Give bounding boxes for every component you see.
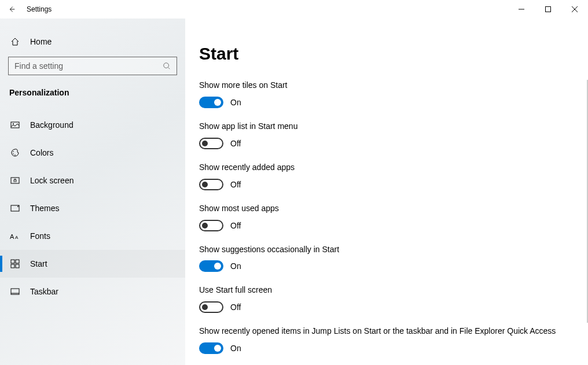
toggle-state-text: Off: [230, 221, 241, 230]
home-nav[interactable]: Home: [0, 31, 185, 52]
back-button[interactable]: [7, 5, 16, 14]
lockscreen-icon: [9, 176, 21, 185]
setting-row: Use Start full screenOff: [199, 285, 569, 313]
setting-row: Show recently opened items in Jump Lists…: [199, 326, 569, 354]
setting-row: Show app list in Start menuOff: [199, 121, 569, 149]
svg-point-8: [13, 123, 14, 124]
setting-row: Show recently added appsOff: [199, 162, 569, 190]
toggle-state-text: On: [230, 344, 241, 353]
titlebar: Settings: [0, 0, 588, 19]
toggle-switch[interactable]: [199, 179, 223, 190]
close-button[interactable]: [561, 0, 588, 19]
svg-point-10: [13, 153, 14, 154]
themes-icon: [9, 204, 21, 213]
sidebar-item-themes[interactable]: Themes: [0, 194, 185, 222]
sidebar-item-label: Themes: [30, 204, 60, 213]
sidebar-item-lock-screen[interactable]: Lock screen: [0, 167, 185, 194]
toggle-state-text: Off: [230, 303, 241, 312]
setting-label: Show recently opened items in Jump Lists…: [199, 326, 569, 337]
toggle-switch[interactable]: [199, 138, 223, 149]
home-icon: [9, 37, 21, 46]
search-input[interactable]: [14, 61, 163, 71]
toggle-state-text: Off: [230, 139, 241, 148]
toggle-switch[interactable]: [199, 220, 223, 231]
minimize-button[interactable]: [508, 0, 535, 19]
sidebar-item-label: Background: [30, 120, 74, 130]
sidebar-item-start[interactable]: Start: [0, 250, 185, 278]
svg-rect-19: [11, 264, 14, 268]
svg-rect-12: [11, 178, 19, 183]
content-area: Start Show more tiles on StartOnShow app…: [185, 19, 588, 365]
toggle-switch[interactable]: [199, 342, 223, 354]
setting-row: Show more tiles on StartOn: [199, 80, 569, 108]
toggle-switch[interactable]: [199, 301, 223, 313]
picture-icon: [9, 120, 21, 130]
section-title: Personalization: [0, 84, 185, 105]
toggle-switch[interactable]: [199, 260, 223, 272]
svg-rect-20: [16, 264, 19, 268]
toggle-state-text: On: [230, 98, 241, 107]
setting-label: Show app list in Start menu: [199, 121, 569, 132]
svg-line-6: [168, 68, 170, 69]
svg-text:A: A: [10, 233, 14, 240]
sidebar-item-label: Taskbar: [30, 287, 58, 296]
setting-label: Use Start full screen: [199, 285, 569, 296]
sidebar: Home Personalization BackgroundColorsLoc…: [0, 19, 185, 365]
window-title: Settings: [27, 5, 52, 13]
svg-text:A: A: [15, 235, 19, 240]
taskbar-icon: [9, 287, 21, 296]
svg-point-11: [14, 154, 16, 156]
sidebar-item-colors[interactable]: Colors: [0, 139, 185, 167]
toggle-state-text: On: [230, 261, 241, 271]
home-label: Home: [30, 37, 52, 46]
sidebar-item-background[interactable]: Background: [0, 111, 185, 139]
maximize-button[interactable]: [535, 0, 561, 19]
setting-label: Show recently added apps: [199, 162, 569, 173]
setting-row: Show suggestions occasionally in StartOn: [199, 244, 569, 272]
svg-point-5: [164, 63, 169, 68]
palette-icon: [9, 148, 21, 157]
sidebar-item-fonts[interactable]: AAFonts: [0, 222, 185, 250]
setting-label: Show more tiles on Start: [199, 80, 569, 91]
start-icon: [9, 259, 21, 268]
svg-rect-18: [16, 260, 19, 263]
fonts-icon: AA: [9, 232, 21, 240]
search-icon: [163, 62, 171, 70]
toggle-state-text: Off: [230, 180, 241, 189]
svg-rect-7: [11, 122, 19, 128]
setting-label: Show suggestions occasionally in Start: [199, 244, 569, 255]
toggle-switch[interactable]: [199, 97, 223, 108]
svg-rect-2: [546, 7, 551, 12]
svg-rect-13: [14, 180, 16, 182]
sidebar-item-label: Fonts: [30, 231, 50, 241]
page-title: Start: [199, 44, 569, 64]
setting-row: Show most used appsOff: [199, 203, 569, 231]
sidebar-item-label: Lock screen: [30, 176, 74, 185]
sidebar-item-label: Start: [30, 259, 47, 268]
search-box[interactable]: [8, 57, 177, 75]
svg-point-9: [13, 151, 14, 152]
setting-label: Show most used apps: [199, 203, 569, 214]
svg-rect-17: [11, 260, 14, 263]
sidebar-item-label: Colors: [30, 148, 53, 157]
sidebar-item-taskbar[interactable]: Taskbar: [0, 278, 185, 305]
